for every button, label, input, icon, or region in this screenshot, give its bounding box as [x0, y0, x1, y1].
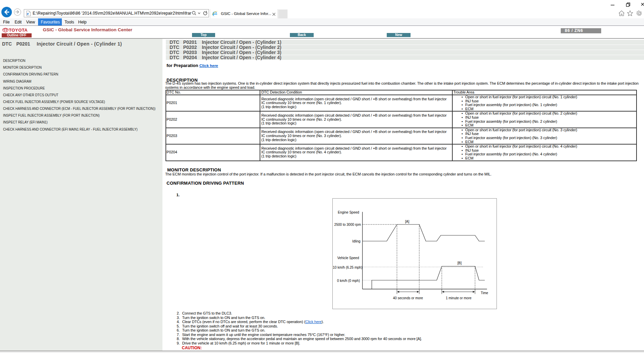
svg-text:10 km/h (6.25 mph): 10 km/h (6.25 mph) — [333, 266, 362, 269]
svg-text:0 km/h (0 mph): 0 km/h (0 mph) — [337, 279, 360, 283]
svg-text:[A]: [A] — [405, 220, 409, 223]
svg-text:Idling: Idling — [352, 239, 361, 243]
svg-text:[B]: [B] — [457, 261, 462, 265]
svg-text:2500 to 3000 rpm: 2500 to 3000 rpm — [334, 223, 361, 226]
svg-text:Vehicle Speed: Vehicle Speed — [337, 256, 359, 260]
svg-text:Engine Speed: Engine Speed — [338, 211, 359, 214]
svg-text:Time: Time — [481, 291, 488, 295]
svg-text:1 minute or more: 1 minute or more — [446, 296, 472, 300]
svg-text:40 seconds or more: 40 seconds or more — [393, 296, 423, 300]
svg-text:e: e — [27, 12, 29, 16]
